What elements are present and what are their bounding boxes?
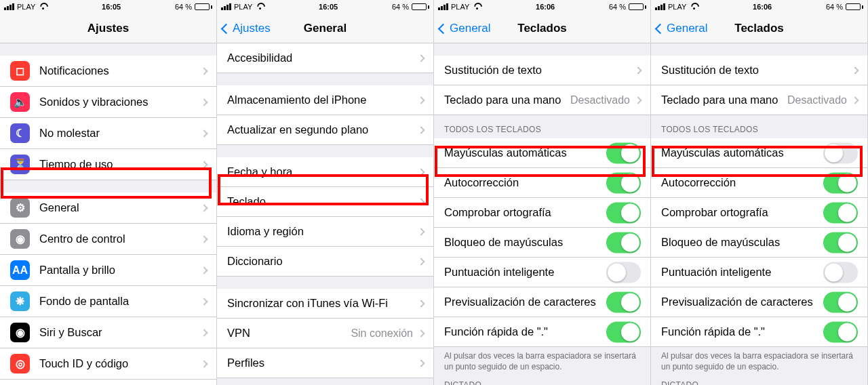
- row-language[interactable]: Idioma y región: [217, 217, 433, 247]
- chevron-right-icon: [200, 98, 208, 106]
- chevron-right-icon: [200, 129, 208, 137]
- row-siri[interactable]: ◉Siri y Buscar: [0, 317, 216, 348]
- battery-percent: 64 %: [175, 3, 192, 11]
- keyboard-list[interactable]: Sustitución de texto Teclado para una ma…: [434, 43, 650, 385]
- row-preview[interactable]: Previsualización de caracteres: [434, 287, 650, 317]
- toggle-spellcheck[interactable]: [823, 202, 858, 223]
- label: Previsualización de caracteres: [661, 296, 813, 308]
- row-notifications[interactable]: ◻︎Notificaciones: [0, 56, 216, 87]
- row-accessibility[interactable]: Accesibilidad: [217, 43, 433, 73]
- row-one-handed[interactable]: Teclado para una manoDesactivado: [651, 85, 867, 115]
- chevron-left-icon: [438, 23, 449, 34]
- row-itunes-wifi[interactable]: Sincronizar con iTunes vía Wi-Fi: [217, 289, 433, 319]
- toggle-autocorrect[interactable]: [606, 172, 641, 193]
- row-keyboard[interactable]: Teclado: [217, 187, 433, 217]
- row-smartpunct[interactable]: Puntuación inteligente: [434, 258, 650, 287]
- row-display[interactable]: AAPantalla y brillo: [0, 255, 216, 286]
- general-list[interactable]: Accesibilidad Almacenamiento del iPhone …: [217, 43, 433, 385]
- back-button[interactable]: General: [656, 14, 707, 43]
- row-screentime[interactable]: ⏳Tiempo de uso: [0, 149, 216, 180]
- row-datetime[interactable]: Fecha y hora: [217, 157, 433, 187]
- row-control-center[interactable]: ◉Centro de control: [0, 224, 216, 255]
- row-wallpaper[interactable]: ❋Fondo de pantalla: [0, 286, 216, 317]
- row-preview[interactable]: Previsualización de caracteres: [651, 287, 867, 317]
- label: Sustitución de texto: [661, 64, 759, 77]
- label: Teclado para una mano: [661, 94, 778, 106]
- hourglass-icon: ⏳: [10, 155, 30, 174]
- toggle-capslock[interactable]: [606, 232, 641, 253]
- row-touchid[interactable]: ◎Touch ID y código: [0, 348, 216, 380]
- toggle-smartpunct[interactable]: [823, 262, 858, 283]
- row-shortcut[interactable]: Función rápida de ".": [434, 317, 650, 347]
- chevron-right-icon: [200, 161, 208, 168]
- label: Sincronizar con iTunes vía Wi-Fi: [227, 297, 388, 310]
- vpn-value: Sin conexión: [351, 327, 413, 340]
- label: Comprobar ortografía: [661, 206, 768, 219]
- wifi-icon: [38, 3, 47, 10]
- back-button[interactable]: General: [439, 14, 490, 43]
- toggle-preview[interactable]: [823, 291, 858, 312]
- battery-percent: 64 %: [392, 3, 409, 11]
- chevron-right-icon: [200, 329, 208, 336]
- fingerprint-icon: ◎: [10, 354, 30, 373]
- section-dictado: DICTADO: [434, 378, 650, 385]
- row-dictionary[interactable]: Diccionario: [217, 247, 433, 277]
- row-vpn[interactable]: VPNSin conexión: [217, 319, 433, 348]
- toggle-shortcut[interactable]: [823, 321, 858, 342]
- status-time: 16:05: [319, 3, 338, 11]
- row-sounds[interactable]: 🔈Sonidos y vibraciones: [0, 87, 216, 118]
- toggle-smartpunct[interactable]: [606, 262, 641, 283]
- row-capslock[interactable]: Bloqueo de mayúsculas: [434, 228, 650, 258]
- status-time: 16:06: [536, 3, 555, 11]
- label: Sonidos y vibraciones: [39, 96, 149, 108]
- back-button[interactable]: Ajustes: [222, 14, 271, 43]
- chevron-right-icon: [851, 66, 859, 74]
- label: Teclado: [227, 195, 266, 208]
- label: Mayúsculas automáticas: [661, 146, 784, 159]
- label: Actualizar en segundo plano: [227, 123, 368, 136]
- toggle-autocorrect[interactable]: [823, 172, 858, 193]
- row-general[interactable]: ⚙︎General: [0, 192, 216, 224]
- row-autocorrect[interactable]: Autocorrección: [434, 168, 650, 198]
- label: Mayúsculas automáticas: [444, 146, 567, 159]
- row-spellcheck[interactable]: Comprobar ortografía: [434, 198, 650, 228]
- row-background-refresh[interactable]: Actualizar en segundo plano: [217, 115, 433, 145]
- chevron-right-icon: [417, 126, 425, 134]
- row-smartpunct[interactable]: Puntuación inteligente: [651, 258, 867, 287]
- toggle-preview[interactable]: [606, 291, 641, 312]
- wifi-icon: [255, 3, 264, 10]
- row-storage[interactable]: Almacenamiento del iPhone: [217, 85, 433, 115]
- toggle-autocaps[interactable]: [606, 142, 641, 163]
- chevron-right-icon: [634, 66, 642, 74]
- row-profiles[interactable]: Perfiles: [217, 348, 433, 378]
- label: Previsualización de caracteres: [444, 296, 596, 308]
- label: Tiempo de uso: [39, 158, 113, 171]
- row-text-replacement[interactable]: Sustitución de texto: [434, 56, 650, 85]
- settings-list[interactable]: ◻︎Notificaciones 🔈Sonidos y vibraciones …: [0, 43, 216, 385]
- row-dnd[interactable]: ☾No molestar: [0, 118, 216, 149]
- one-handed-value: Desactivado: [570, 94, 630, 106]
- toggle-spellcheck[interactable]: [606, 202, 641, 223]
- row-autocaps[interactable]: Mayúsculas automáticas: [434, 138, 650, 168]
- toggle-capslock[interactable]: [823, 232, 858, 253]
- row-shortcut[interactable]: Función rápida de ".": [651, 317, 867, 347]
- row-text-replacement[interactable]: Sustitución de texto: [651, 56, 867, 85]
- keyboard-list[interactable]: Sustitución de texto Teclado para una ma…: [651, 43, 867, 385]
- label: Puntuación inteligente: [661, 266, 771, 279]
- row-spellcheck[interactable]: Comprobar ortografía: [651, 198, 867, 228]
- carrier-label: PLAY: [234, 3, 252, 11]
- moon-icon: ☾: [10, 123, 30, 143]
- row-capslock[interactable]: Bloqueo de mayúsculas: [651, 228, 867, 258]
- row-autocorrect[interactable]: Autocorrección: [651, 168, 867, 198]
- row-sos[interactable]: SOSEmergencia SOS: [0, 380, 216, 385]
- chevron-right-icon: [634, 96, 642, 104]
- carrier-label: PLAY: [17, 3, 35, 11]
- row-one-handed[interactable]: Teclado para una manoDesactivado: [434, 85, 650, 115]
- toggle-shortcut[interactable]: [606, 321, 641, 342]
- row-autocaps[interactable]: Mayúsculas automáticas: [651, 138, 867, 168]
- label: Perfiles: [227, 357, 264, 369]
- toggle-autocaps[interactable]: [823, 142, 858, 163]
- chevron-right-icon: [417, 228, 425, 235]
- footer-note: Al pulsar dos veces la barra espaciadora…: [434, 347, 650, 378]
- label: General: [39, 201, 79, 214]
